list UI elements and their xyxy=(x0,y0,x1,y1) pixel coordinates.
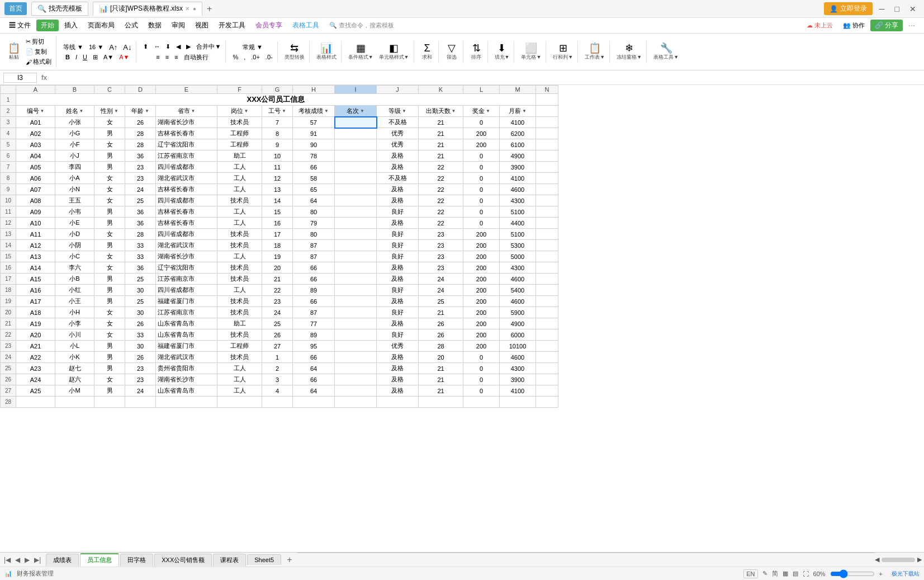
menu-search[interactable]: 🔍 查找命令，搜索模板 xyxy=(325,20,399,31)
restore-button[interactable]: □ xyxy=(892,4,903,13)
col-header-J[interactable]: J xyxy=(377,86,419,94)
spreadsheet-title[interactable]: XXX公司员工信息 xyxy=(16,94,536,106)
filter-arrow-chiqin[interactable]: ▼ xyxy=(452,109,456,114)
header-shengshi[interactable]: 省市 ▼ xyxy=(156,106,217,117)
add-tab-button[interactable]: + xyxy=(207,4,212,14)
format-painter-button[interactable]: 🖌 格式刷 xyxy=(23,57,54,67)
close-tab-icon[interactable]: ✕ xyxy=(185,6,189,12)
login-button[interactable]: 👤 立即登录 xyxy=(824,2,873,15)
align-top-button[interactable]: ⬆ xyxy=(141,43,150,51)
italic-button[interactable]: I xyxy=(73,53,79,61)
align-center-button[interactable]: ≡ xyxy=(163,53,171,61)
increase-decimal-button[interactable]: .0+ xyxy=(249,53,262,61)
spreadsheet[interactable]: A B C D E F G H I J K L M N xyxy=(0,85,924,552)
align-right-button[interactable]: ≡ xyxy=(172,53,180,61)
menu-formula[interactable]: 公式 xyxy=(120,19,143,32)
filter-arrow-gonghao[interactable]: ▼ xyxy=(282,109,286,114)
sheet-nav-first[interactable]: |◀ xyxy=(2,555,12,564)
sheet-tab-chengji[interactable]: 成绩表 xyxy=(46,554,79,566)
worksheet-button[interactable]: 📋 工作表▼ xyxy=(582,42,607,62)
filter-arrow-xingming[interactable]: ▼ xyxy=(79,109,84,114)
sheet-nav-next[interactable]: ▶ xyxy=(23,555,31,564)
header-chiqin[interactable]: 出勤天数 ▼ xyxy=(419,106,463,117)
menu-data[interactable]: 数据 xyxy=(144,19,166,32)
menu-more[interactable]: ⋯ xyxy=(904,20,920,31)
indent-right-button[interactable]: ▶ xyxy=(184,43,193,51)
home-tab[interactable]: 首页 xyxy=(4,2,27,15)
col-header-F[interactable]: F xyxy=(217,86,262,94)
table-style-button[interactable]: 📊 表格样式 xyxy=(314,42,339,62)
menu-share[interactable]: 🔗 分享 xyxy=(870,20,903,31)
cell-style-button[interactable]: ◧ 单元格样式▼ xyxy=(377,42,411,62)
rowcol-button[interactable]: ⊞ 行和列▼ xyxy=(551,42,575,62)
close-button[interactable]: ✕ xyxy=(906,4,920,13)
zoom-in-icon[interactable]: + xyxy=(879,570,883,577)
col-header-B[interactable]: B xyxy=(55,86,94,94)
zoom-slider[interactable] xyxy=(830,570,875,578)
decrease-decimal-button[interactable]: .0- xyxy=(263,53,275,61)
border-button[interactable]: ⊞ xyxy=(91,53,100,62)
filter-arrow-yuexin[interactable]: ▼ xyxy=(522,109,527,114)
filter-arrow-nianling[interactable]: ▼ xyxy=(145,109,149,114)
menu-review[interactable]: 审阅 xyxy=(167,19,189,32)
header-kaohechengji[interactable]: 考核成绩 ▼ xyxy=(293,106,335,117)
merge-button[interactable]: 合并中▼ xyxy=(194,42,223,51)
header-gangwei[interactable]: 岗位 ▼ xyxy=(217,106,262,117)
menu-insert[interactable]: 插入 xyxy=(60,19,82,32)
percent-button[interactable]: % xyxy=(230,53,240,61)
header-xingbie[interactable]: 性别 ▼ xyxy=(94,106,125,117)
freeze-button[interactable]: ❄ 冻结窗格▼ xyxy=(614,42,644,62)
cell-format-button[interactable]: ⬜ 单元格▼ xyxy=(519,42,543,62)
filter-arrow-bianhao[interactable]: ▼ xyxy=(40,109,45,114)
convert-button[interactable]: ⇆ 类型转换 xyxy=(282,42,307,62)
menu-dev[interactable]: 开发工具 xyxy=(214,19,250,32)
underline-button[interactable]: U xyxy=(80,53,89,61)
align-left-button[interactable]: ≡ xyxy=(154,53,162,61)
sheet-tab-kecheng[interactable]: 课程表 xyxy=(213,554,246,566)
header-yuexin[interactable]: 月薪 ▼ xyxy=(500,106,536,117)
menu-start[interactable]: 开始 xyxy=(36,20,59,31)
sheet-tab-sheet5[interactable]: Sheet5 xyxy=(247,554,281,565)
minimize-button[interactable]: ─ xyxy=(876,4,888,13)
col-header-L[interactable]: L xyxy=(463,86,500,94)
header-jiangjin[interactable]: 奖金 ▼ xyxy=(463,106,500,117)
cell-N1[interactable] xyxy=(536,94,558,106)
col-header-E[interactable]: E xyxy=(156,86,217,94)
header-xingming[interactable]: 姓名 ▼ xyxy=(55,106,94,117)
font-color-button[interactable]: A▼ xyxy=(117,53,131,61)
align-bottom-button[interactable]: ⬇ xyxy=(163,43,173,51)
copy-button[interactable]: 📄 复制 xyxy=(23,47,54,56)
cut-button[interactable]: ✂ 剪切 xyxy=(23,37,54,46)
font-increase-button[interactable]: A↑ xyxy=(107,43,120,52)
menu-vip[interactable]: 会员专享 xyxy=(251,19,287,32)
table-tools-button[interactable]: 🔧 表格工具▼ xyxy=(651,42,681,62)
fill-button[interactable]: ⬇ 填充▼ xyxy=(492,42,512,62)
sheet-nav-last[interactable]: ▶| xyxy=(32,555,42,564)
sort-button[interactable]: ⇅ 排序 xyxy=(468,42,485,62)
menu-collab[interactable]: 👥 协作 xyxy=(838,20,869,31)
col-header-A[interactable]: A xyxy=(16,86,55,94)
col-header-H[interactable]: H xyxy=(293,86,335,94)
header-dengji[interactable]: 等级 ▼ xyxy=(377,106,419,117)
col-header-D[interactable]: D xyxy=(125,86,156,94)
menu-table-tool[interactable]: 表格工具 xyxy=(288,19,324,32)
font-name-button[interactable]: 等线 ▼ xyxy=(61,43,86,52)
indent-left-button[interactable]: ◀ xyxy=(174,43,183,51)
filter-arrow-gangwei[interactable]: ▼ xyxy=(244,109,249,114)
header-bianhao[interactable]: 编号 ▼ xyxy=(16,106,55,117)
align-middle-button[interactable]: ↔ xyxy=(151,43,162,50)
menu-view[interactable]: 视图 xyxy=(191,19,213,32)
bold-button[interactable]: B xyxy=(63,53,72,61)
template-tab[interactable]: 🔍 找壳壳模板 xyxy=(31,2,88,16)
paste-button[interactable]: 📋 粘贴 xyxy=(6,42,22,62)
col-header-M[interactable]: M xyxy=(500,86,536,94)
sheet-tab-yuangong[interactable]: 员工信息 xyxy=(80,553,119,567)
filter-arrow-jiangjin[interactable]: ▼ xyxy=(486,109,490,114)
col-header-I[interactable]: I xyxy=(335,86,377,94)
filter-button[interactable]: ▽ 筛选 xyxy=(443,42,460,62)
sum-button[interactable]: Σ 求和 xyxy=(419,42,435,62)
filter-arrow-kaohechengji[interactable]: ▼ xyxy=(324,109,329,114)
sheet-tab-tian[interactable]: 田字格 xyxy=(120,554,153,566)
menu-file[interactable]: ☰ 文件 xyxy=(4,19,35,32)
filter-arrow-mingci[interactable]: ▼ xyxy=(360,109,364,114)
